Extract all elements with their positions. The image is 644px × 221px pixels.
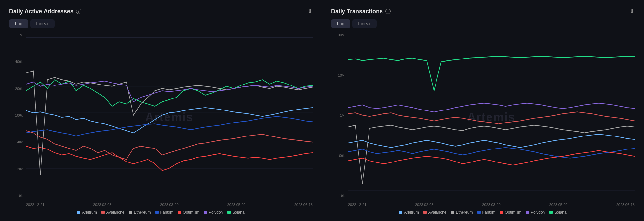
panel-daily-active-addresses: Daily Active Addresses i ⬇ Log Linear 1M… <box>0 0 322 221</box>
panel2-download-icon[interactable]: ⬇ <box>630 8 635 15</box>
panel1-header: Daily Active Addresses i ⬇ <box>9 8 313 15</box>
panel2-log-button[interactable]: Log <box>331 20 350 28</box>
panel2-toggle-group: Log Linear <box>331 20 635 28</box>
legend-label-polygon: Polygon <box>209 210 223 214</box>
legend2-item-ethereum: Ethereum <box>451 210 473 214</box>
panel2-chart-canvas: Artemis <box>348 33 635 202</box>
x-label: 2023-03-20 <box>482 203 500 207</box>
y-label: 100k <box>337 154 345 158</box>
legend-item-polygon: Polygon <box>204 210 223 214</box>
panel1-log-button[interactable]: Log <box>9 20 28 28</box>
legend-item-optimism: Optimism <box>178 210 199 214</box>
panel1-y-axis: 1M 400k 200k 100k 40k 20k 10k <box>9 33 26 207</box>
panel1-toggle-group: Log Linear <box>9 20 313 28</box>
panel1-chart-area: 1M 400k 200k 100k 40k 20k 10k Artemis <box>9 33 313 207</box>
panel2-title: Daily Transactions i <box>331 8 391 15</box>
legend2-item-solana: Solana <box>549 210 566 214</box>
legend2-item-avalanche: Avalanche <box>423 210 447 214</box>
legend2-label-polygon: Polygon <box>531 210 545 214</box>
legend2-color-fantom <box>477 211 481 214</box>
legend-item-solana: Solana <box>227 210 244 214</box>
legend-color-optimism <box>178 211 181 214</box>
panel2-header: Daily Transactions i ⬇ <box>331 8 635 15</box>
panel1-chart-canvas: Artemis <box>26 33 313 202</box>
panel2-legend: Arbitrum Avalanche Ethereum Fantom Optim… <box>331 210 635 214</box>
legend2-color-polygon <box>526 211 529 214</box>
x-label: 2023-06-18 <box>294 203 313 207</box>
y-label: 100M <box>336 33 345 37</box>
x-label: 2023-05-02 <box>549 203 568 207</box>
panel1-svg <box>26 33 313 202</box>
legend-color-arbitrum <box>77 211 80 214</box>
panel2-y-axis: 100M 10M 1M 100k 10k <box>331 33 348 207</box>
panel1-linear-button[interactable]: Linear <box>30 20 55 28</box>
y-label: 40k <box>17 140 23 144</box>
legend-color-polygon <box>204 211 207 214</box>
y-label: 10k <box>17 194 23 198</box>
legend2-label-optimism: Optimism <box>505 210 521 214</box>
x-label: 2023-02-03 <box>415 203 433 207</box>
panel2-svg <box>348 33 635 202</box>
panel2-info-icon[interactable]: i <box>385 9 391 14</box>
legend-label-optimism: Optimism <box>183 210 199 214</box>
x-label: 2022-12-21 <box>348 203 366 207</box>
legend-label-fantom: Fantom <box>160 210 174 214</box>
legend-label-ethereum: Ethereum <box>134 210 151 214</box>
panel2-title-text: Daily Transactions <box>331 8 383 15</box>
panel2-x-axis: 2022-12-21 2023-02-03 2023-03-20 2023-05… <box>348 203 635 207</box>
y-label: 1M <box>18 33 23 37</box>
legend-item-ethereum: Ethereum <box>129 210 151 214</box>
y-label: 10k <box>339 194 345 198</box>
y-label: 10M <box>338 73 345 77</box>
legend-label-avalanche: Avalanche <box>106 210 125 214</box>
panel1-info-icon[interactable]: i <box>76 9 81 14</box>
legend2-color-solana <box>549 211 553 214</box>
legend-label-arbitrum: Arbitrum <box>82 210 97 214</box>
y-label: 20k <box>17 167 23 171</box>
legend-item-fantom: Fantom <box>155 210 174 214</box>
legend2-label-solana: Solana <box>554 210 566 214</box>
legend2-label-ethereum: Ethereum <box>456 210 473 214</box>
x-label: 2023-02-03 <box>93 203 111 207</box>
y-label: 1M <box>340 113 345 117</box>
legend2-item-fantom: Fantom <box>477 210 496 214</box>
y-label: 400k <box>15 60 23 64</box>
legend-color-ethereum <box>129 211 132 214</box>
legend-label-solana: Solana <box>232 210 244 214</box>
legend2-item-optimism: Optimism <box>500 210 521 214</box>
panel2-linear-button[interactable]: Linear <box>352 20 377 28</box>
legend2-item-polygon: Polygon <box>526 210 545 214</box>
x-label: 2022-12-21 <box>26 203 44 207</box>
legend-color-fantom <box>155 211 159 214</box>
panel1-legend: Arbitrum Avalanche Ethereum Fantom Optim… <box>9 210 313 214</box>
legend2-label-arbitrum: Arbitrum <box>404 210 419 214</box>
panel1-download-icon[interactable]: ⬇ <box>308 8 313 15</box>
legend2-color-ethereum <box>451 211 454 214</box>
legend-item-arbitrum: Arbitrum <box>77 210 97 214</box>
legend-color-solana <box>227 211 231 214</box>
panel2-chart-area: 100M 10M 1M 100k 10k Artemis <box>331 33 635 207</box>
panel1-title: Daily Active Addresses i <box>9 8 81 15</box>
y-label: 100k <box>15 113 23 117</box>
legend-color-avalanche <box>101 211 105 214</box>
x-label: 2023-03-20 <box>160 203 178 207</box>
legend2-color-arbitrum <box>399 211 402 214</box>
x-label: 2023-06-18 <box>616 203 635 207</box>
panel1-title-text: Daily Active Addresses <box>9 8 74 15</box>
legend2-color-optimism <box>500 211 503 214</box>
y-label: 200k <box>15 87 23 91</box>
legend2-color-avalanche <box>423 211 427 214</box>
panel-daily-transactions: Daily Transactions i ⬇ Log Linear 100M 1… <box>322 0 644 221</box>
legend2-item-arbitrum: Arbitrum <box>399 210 419 214</box>
legend-item-avalanche: Avalanche <box>101 210 125 214</box>
panel1-x-axis: 2022-12-21 2023-02-03 2023-03-20 2023-05… <box>26 203 313 207</box>
legend2-label-fantom: Fantom <box>482 210 496 214</box>
x-label: 2023-05-02 <box>227 203 246 207</box>
legend2-label-avalanche: Avalanche <box>428 210 447 214</box>
